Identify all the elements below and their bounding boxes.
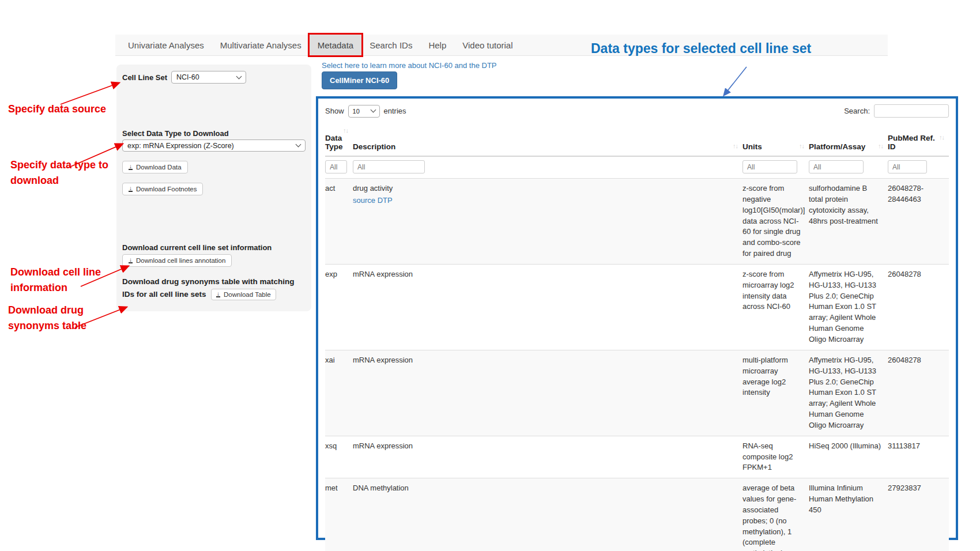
chevron-down-icon bbox=[236, 73, 242, 79]
page-size-select[interactable]: 10 bbox=[348, 105, 380, 118]
arrow-data-types bbox=[724, 67, 747, 95]
chevron-down-icon bbox=[296, 142, 301, 148]
tab-search-ids[interactable]: Search IDs bbox=[361, 35, 420, 55]
cell-pubmed: 31113817 bbox=[888, 436, 949, 478]
cell-line-set-value: NCI-60 bbox=[176, 73, 199, 81]
cell-pubmed: 27923837 bbox=[888, 478, 949, 551]
column-header-pubmed-ref-id[interactable]: ↑↓ PubMed Ref. ID bbox=[888, 123, 949, 156]
column-header-description[interactable]: ↑↓ Description bbox=[353, 123, 742, 156]
sort-icon[interactable]: ↑↓ bbox=[343, 127, 348, 134]
entries-label: entries bbox=[384, 107, 406, 115]
cell-pubmed: 26048278-28446463 bbox=[888, 179, 949, 265]
sort-icon[interactable]: ↑↓ bbox=[939, 134, 944, 141]
download-options-panel: Cell Line Set NCI-60 Select Data Type to… bbox=[116, 65, 311, 311]
description-text: drug activity bbox=[353, 183, 737, 194]
page: Univariate Analyses Multivariate Analyse… bbox=[0, 0, 980, 551]
cell-units: z-score from microarray log2 intensity d… bbox=[742, 264, 809, 350]
cell-description: mRNA expression bbox=[353, 350, 742, 436]
cell-line-set-label: Cell Line Set bbox=[122, 73, 167, 82]
table-search-input[interactable] bbox=[874, 104, 949, 118]
annotation-download-cell-line-info: Download cell line information bbox=[10, 265, 114, 296]
table-row-met: met DNA methylation average of beta valu… bbox=[325, 478, 949, 551]
data-type-value: exp: mRNA Expression (Z-Score) bbox=[127, 142, 234, 150]
download-icon: ↓ bbox=[129, 164, 133, 170]
download-cell-lines-annotation-button[interactable]: ↓ Download cell lines annotation bbox=[122, 254, 232, 267]
column-label: Units bbox=[742, 142, 762, 151]
download-icon: ↓ bbox=[129, 258, 133, 263]
cell-units: RNA-seq composite log2 FPKM+1 bbox=[742, 436, 809, 478]
data-type-select[interactable]: exp: mRNA Expression (Z-Score) bbox=[122, 139, 306, 152]
show-label: Show bbox=[325, 107, 344, 115]
metadata-table: ↑↓ Data Type ↑↓ Description ↑↓ Units ↑↓ … bbox=[325, 123, 949, 551]
cell-line-set-select[interactable]: NCI-60 bbox=[171, 71, 246, 84]
data-type-label: Select Data Type to Download bbox=[122, 129, 306, 138]
filter-row bbox=[325, 156, 949, 179]
column-label: PubMed Ref. ID bbox=[888, 134, 935, 151]
filter-description-input[interactable] bbox=[353, 160, 425, 173]
cell-platform: sulforhodamine B total protein cytotoxic… bbox=[809, 179, 888, 265]
tab-metadata[interactable]: Metadata bbox=[310, 35, 362, 55]
column-label: Data Type bbox=[325, 134, 343, 151]
cell-units: z-score from negative log10[GI50(molar)]… bbox=[742, 179, 809, 265]
cell-data-type: xsq bbox=[325, 436, 353, 478]
cell-description: drug activity source DTP bbox=[353, 179, 742, 265]
tab-video-tutorial[interactable]: Video tutorial bbox=[454, 35, 521, 55]
source-dtp-link[interactable]: source DTP bbox=[353, 195, 393, 206]
cell-data-type: exp bbox=[325, 264, 353, 350]
column-header-units[interactable]: ↑↓ Units bbox=[742, 123, 809, 156]
table-row-act: act drug activity source DTP z-score fro… bbox=[325, 179, 949, 265]
cell-platform: HiSeq 2000 (Illumina) bbox=[809, 436, 888, 478]
table-row-xsq: xsq mRNA expression RNA-seq composite lo… bbox=[325, 436, 949, 478]
tab-multivariate-analyses[interactable]: Multivariate Analyses bbox=[212, 35, 310, 55]
cell-units: multi-platform microarray average log2 i… bbox=[742, 350, 809, 436]
cell-platform: Affymetrix HG-U95, HG-U133, HG-U133 Plus… bbox=[809, 350, 888, 436]
cell-units: average of beta values for gene-associat… bbox=[742, 478, 809, 551]
download-table-button[interactable]: ↓ Download Table bbox=[211, 289, 276, 300]
annotation-download-drug-synonyms: Download drug synonyms table bbox=[8, 303, 112, 334]
cell-description: mRNA expression bbox=[353, 436, 742, 478]
cell-description: DNA methylation bbox=[353, 478, 742, 551]
sort-icon[interactable]: ↑↓ bbox=[799, 142, 804, 149]
tab-help[interactable]: Help bbox=[420, 35, 454, 55]
cell-pubmed: 26048278 bbox=[888, 350, 949, 436]
download-footnotes-label: Download Footnotes bbox=[136, 186, 197, 193]
cell-platform: Affymetrix HG-U95, HG-U133, HG-U133 Plus… bbox=[809, 264, 888, 350]
download-data-label: Download Data bbox=[136, 164, 182, 171]
chevron-down-icon bbox=[370, 107, 376, 113]
cell-pubmed: 26048278 bbox=[888, 264, 949, 350]
cell-line-info-heading: Download current cell line set informati… bbox=[122, 243, 306, 252]
cell-data-type: act bbox=[325, 179, 353, 265]
cell-data-type: met bbox=[325, 478, 353, 551]
cell-description: mRNA expression bbox=[353, 264, 742, 350]
column-label: Platform/Assay bbox=[809, 142, 865, 151]
filter-platform-input[interactable] bbox=[809, 160, 864, 173]
tab-univariate-analyses[interactable]: Univariate Analyses bbox=[120, 35, 212, 55]
page-size-value: 10 bbox=[353, 108, 360, 115]
download-cell-lines-annotation-label: Download cell lines annotation bbox=[136, 257, 225, 264]
column-label: Description bbox=[353, 142, 395, 151]
annotation-data-types-heading: Data types for selected cell line set bbox=[591, 41, 811, 56]
cell-data-type: xai bbox=[325, 350, 353, 436]
datatable-panel: Show 10 entries Search: ↑↓ Data Type bbox=[316, 96, 958, 540]
download-footnotes-button[interactable]: ↓ Download Footnotes bbox=[122, 183, 203, 195]
filter-pubmed-input[interactable] bbox=[888, 160, 927, 173]
cellminer-nci60-button[interactable]: CellMiner NCI-60 bbox=[322, 71, 397, 89]
sort-icon[interactable]: ↑↓ bbox=[733, 142, 738, 149]
column-header-platform-assay[interactable]: ↑↓ Platform/Assay bbox=[809, 123, 888, 156]
table-row-exp: exp mRNA expression z-score from microar… bbox=[325, 264, 949, 350]
download-icon: ↓ bbox=[129, 186, 133, 192]
learn-more-link[interactable]: Select here to learn more about NCI-60 a… bbox=[322, 61, 497, 70]
table-row-xai: xai mRNA expression multi-platform micro… bbox=[325, 350, 949, 436]
annotation-specify-data-type: Specify data type to download bbox=[10, 157, 126, 188]
sort-icon[interactable]: ↑↓ bbox=[878, 142, 883, 149]
filter-data-type-input[interactable] bbox=[325, 160, 347, 173]
download-table-label: Download Table bbox=[224, 291, 271, 298]
annotation-specify-data-source: Specify data source bbox=[8, 101, 106, 117]
cell-platform: Illumina Infinium Human Methylation 450 bbox=[809, 478, 888, 551]
table-controls: Show 10 entries Search: bbox=[325, 104, 949, 118]
filter-units-input[interactable] bbox=[742, 160, 797, 173]
column-header-data-type[interactable]: ↑↓ Data Type bbox=[325, 123, 353, 156]
download-icon: ↓ bbox=[216, 292, 220, 297]
download-data-button[interactable]: ↓ Download Data bbox=[122, 161, 188, 173]
search-label: Search: bbox=[844, 107, 870, 115]
